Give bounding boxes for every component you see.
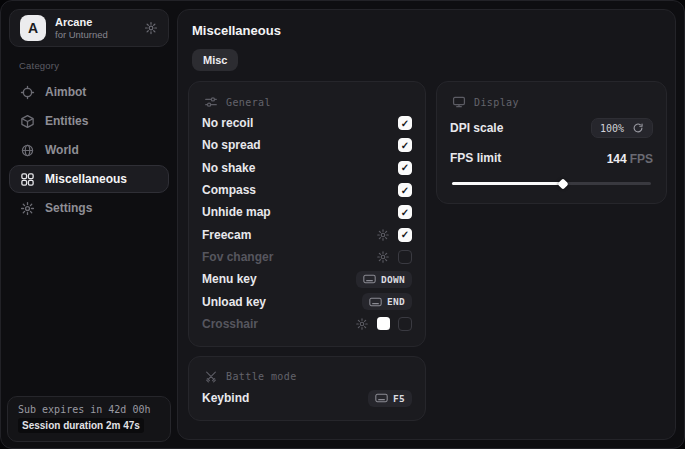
left-column: General No recoil No spread No shake xyxy=(188,81,426,421)
setting-row-dpi-scale: DPI scale 100% xyxy=(450,117,653,139)
sidebar-item-world[interactable]: World xyxy=(9,136,169,164)
app-logo: A xyxy=(20,15,46,41)
row-label: No shake xyxy=(202,161,255,175)
gear-icon xyxy=(20,201,35,216)
cube-icon xyxy=(20,114,35,129)
category-label: Category xyxy=(19,60,177,71)
freecam-settings-gear-icon[interactable] xyxy=(376,228,390,242)
battle-mode-card-header: Battle mode xyxy=(204,370,412,384)
keyboard-icon xyxy=(375,393,388,403)
setting-row-freecam: Freecam xyxy=(202,223,412,245)
no-recoil-checkbox[interactable] xyxy=(398,116,412,130)
sub-expires-text: Sub expires in 42d 00h xyxy=(18,404,160,415)
general-card-title: General xyxy=(226,97,271,108)
app-header-card: A Arcane for Unturned xyxy=(9,9,169,47)
page-title: Miscellaneous xyxy=(192,23,667,38)
general-card-header: General xyxy=(204,95,412,109)
setting-row-no-shake: No shake xyxy=(202,157,412,179)
sidebar-item-label: Entities xyxy=(45,114,88,128)
setting-row-unload-key: Unload key END xyxy=(202,290,412,312)
monitor-icon xyxy=(452,95,466,109)
sliders-icon xyxy=(204,95,218,109)
subscription-card: Sub expires in 42d 00h Session duration … xyxy=(7,396,171,442)
session-duration-text: Session duration 2m 47s xyxy=(18,418,144,433)
sidebar-item-label: World xyxy=(45,143,79,157)
keybind-value: END xyxy=(387,296,405,307)
sidebar-item-label: Miscellaneous xyxy=(45,172,127,186)
app-window: A Arcane for Unturned Category Aimbot xyxy=(0,0,685,449)
fps-limit-slider[interactable] xyxy=(452,178,651,189)
setting-row-crosshair: Crosshair xyxy=(202,313,412,335)
sidebar-item-aimbot[interactable]: Aimbot xyxy=(9,78,169,106)
globe-icon xyxy=(20,143,35,158)
row-label: Compass xyxy=(202,183,256,197)
row-label: Fov changer xyxy=(202,250,273,264)
setting-row-fps-limit: FPS limit 144FPS xyxy=(450,147,653,169)
crosshair-color-swatch[interactable] xyxy=(377,317,390,330)
keybind-value: DOWN xyxy=(381,274,405,285)
general-card: General No recoil No spread No shake xyxy=(188,81,426,347)
main-panel: Miscellaneous Misc General No rec xyxy=(177,9,676,440)
sidebar-item-settings[interactable]: Settings xyxy=(9,194,169,222)
row-label: Crosshair xyxy=(202,317,258,331)
crosshair-checkbox[interactable] xyxy=(398,317,412,331)
app-subtitle: for Unturned xyxy=(55,29,108,40)
display-card-title: Display xyxy=(474,97,519,108)
sidebar: A Arcane for Unturned Category Aimbot xyxy=(1,1,177,448)
sidebar-item-label: Settings xyxy=(45,201,92,215)
setting-row-fov-changer: Fov changer xyxy=(202,246,412,268)
sidebar-item-entities[interactable]: Entities xyxy=(9,107,169,135)
row-label: FPS limit xyxy=(450,151,501,165)
unhide-map-checkbox[interactable] xyxy=(398,205,412,219)
unload-key-keybind-button[interactable]: END xyxy=(362,293,412,310)
app-header-names: Arcane for Unturned xyxy=(55,16,108,41)
gear-icon[interactable] xyxy=(144,21,158,35)
display-card: Display DPI scale 100% xyxy=(436,81,667,204)
refresh-icon xyxy=(632,122,644,134)
sidebar-nav: Aimbot Entities World xyxy=(1,78,177,222)
fps-unit: FPS xyxy=(630,152,653,166)
crosshair-icon xyxy=(20,85,35,100)
no-spread-checkbox[interactable] xyxy=(398,138,412,152)
swords-icon xyxy=(204,370,218,384)
setting-row-compass: Compass xyxy=(202,179,412,201)
setting-row-no-spread: No spread xyxy=(202,134,412,156)
tab-misc[interactable]: Misc xyxy=(192,49,238,71)
crosshair-settings-gear-icon[interactable] xyxy=(355,317,369,331)
row-label: Freecam xyxy=(202,228,251,242)
dpi-scale-control[interactable]: 100% xyxy=(591,118,653,138)
no-shake-checkbox[interactable] xyxy=(398,161,412,175)
setting-row-battle-keybind: Keybind F5 xyxy=(202,387,412,409)
battle-mode-card: Battle mode Keybind F5 xyxy=(188,356,426,421)
app-name: Arcane xyxy=(55,16,108,29)
battle-keybind-button[interactable]: F5 xyxy=(368,390,412,407)
grid-icon xyxy=(20,172,35,187)
slider-thumb[interactable] xyxy=(558,178,569,189)
row-label: DPI scale xyxy=(450,121,503,135)
setting-row-no-recoil: No recoil xyxy=(202,112,412,134)
battle-mode-card-title: Battle mode xyxy=(226,371,297,382)
compass-checkbox[interactable] xyxy=(398,183,412,197)
row-label: No spread xyxy=(202,138,261,152)
freecam-checkbox[interactable] xyxy=(398,228,412,242)
setting-row-unhide-map: Unhide map xyxy=(202,201,412,223)
setting-row-menu-key: Menu key DOWN xyxy=(202,268,412,290)
row-label: No recoil xyxy=(202,116,253,130)
keybind-value: F5 xyxy=(393,393,405,404)
row-label: Menu key xyxy=(202,272,257,286)
display-card-header: Display xyxy=(452,95,653,109)
sidebar-item-label: Aimbot xyxy=(45,85,86,99)
row-label: Unload key xyxy=(202,295,266,309)
row-label: Unhide map xyxy=(202,205,271,219)
menu-key-keybind-button[interactable]: DOWN xyxy=(356,271,412,288)
sidebar-item-miscellaneous[interactable]: Miscellaneous xyxy=(9,165,169,193)
fov-changer-checkbox[interactable] xyxy=(398,250,412,264)
fov-changer-settings-gear-icon[interactable] xyxy=(376,250,390,264)
fps-limit-value: 144FPS xyxy=(607,149,653,167)
content-columns: General No recoil No spread No shake xyxy=(188,81,667,421)
keyboard-icon xyxy=(363,274,376,284)
fps-slider-fill xyxy=(452,182,563,185)
right-column: Display DPI scale 100% xyxy=(436,81,667,204)
dpi-scale-value: 100% xyxy=(600,123,624,134)
keyboard-icon xyxy=(369,297,382,307)
